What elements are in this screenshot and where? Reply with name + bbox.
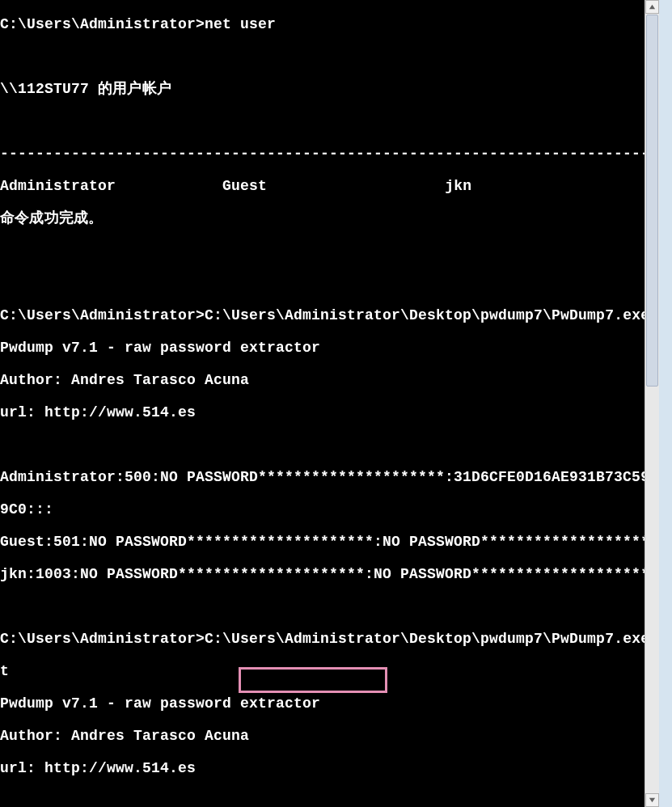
netuser-col3: jkn: [445, 178, 471, 194]
scrollbar-thumb[interactable]: [646, 15, 658, 387]
hash-jkn: jkn:1003:NO PASSWORD********************…: [0, 566, 645, 582]
pwdump-banner3: url: http://www.514.es: [0, 404, 196, 420]
hash-admin-a: Administrator:500:NO PASSWORD***********…: [0, 469, 645, 485]
pwdump-banner3b: url: http://www.514.es: [0, 760, 196, 776]
terminal-text: C:\Users\Administrator>net user \\112STU…: [0, 0, 645, 807]
scrollbar-up-arrow-icon[interactable]: [645, 0, 659, 14]
hash-admin-b: 9C0:::: [0, 501, 53, 518]
prompt: C:\Users\Administrator>: [0, 631, 205, 647]
netuser-col2: Guest: [222, 178, 267, 194]
netuser-col1: Administrator: [0, 178, 116, 194]
pwdump-banner2b: Author: Andres Tarasco Acuna: [0, 728, 249, 744]
prompt: C:\Users\Administrator>: [0, 16, 205, 32]
netuser-divider: ----------------------------------------…: [0, 146, 645, 162]
cmd-pwdump-redir: C:\Users\Administrator\Desktop\pwdump7\P…: [205, 631, 645, 647]
pwdump-banner2: Author: Andres Tarasco Acuna: [0, 372, 249, 388]
scrollbar-down-arrow-icon[interactable]: [645, 793, 659, 807]
vertical-scrollbar[interactable]: [645, 0, 660, 807]
hash-guest: Guest:501:NO PASSWORD*******************…: [0, 534, 645, 550]
cmd-pwdump-redir-wrap: t: [0, 663, 9, 679]
netuser-done: 命令成功完成。: [0, 210, 103, 226]
pwdump-banner1: Pwdump v7.1 - raw password extractor: [0, 340, 320, 356]
prompt: C:\Users\Administrator>: [0, 307, 205, 323]
cmd-pwdump: C:\Users\Administrator\Desktop\pwdump7\P…: [205, 307, 645, 323]
terminal-view[interactable]: C:\Users\Administrator>net user \\112STU…: [0, 0, 645, 807]
netuser-host: \\112STU77 的用户帐户: [0, 81, 171, 97]
window-border-area: [659, 0, 672, 807]
pwdump-banner1b: Pwdump v7.1 - raw password extractor: [0, 695, 320, 712]
cmd-net-user: net user: [205, 16, 276, 32]
